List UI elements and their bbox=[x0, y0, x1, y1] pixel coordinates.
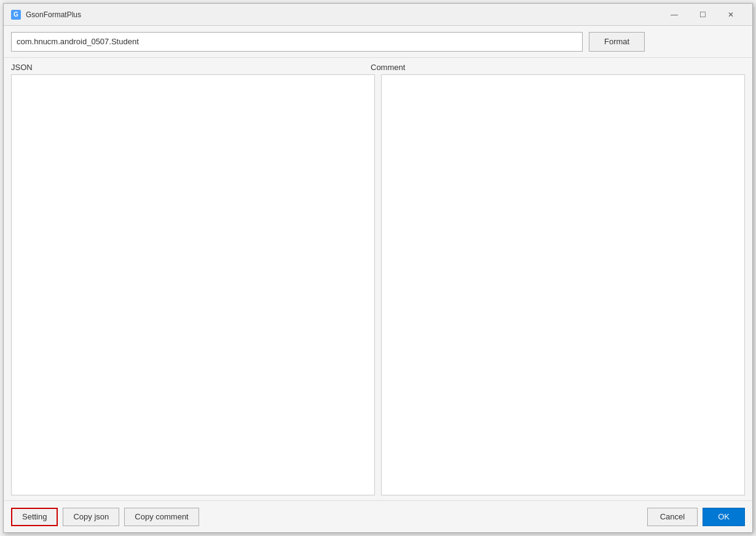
footer: Setting Copy json Copy comment Cancel OK bbox=[4, 500, 752, 532]
copy-comment-button[interactable]: Copy comment bbox=[124, 508, 199, 526]
cancel-button[interactable]: Cancel bbox=[647, 508, 698, 526]
panels-header: JSON Comment bbox=[11, 63, 745, 72]
footer-right-buttons: Cancel OK bbox=[647, 508, 745, 526]
title-bar: G GsonFormatPlus — ☐ ✕ bbox=[4, 4, 752, 26]
json-panel-label: JSON bbox=[11, 63, 371, 72]
window-controls: — ☐ ✕ bbox=[660, 4, 745, 26]
toolbar: Format bbox=[4, 26, 752, 58]
app-icon: G bbox=[11, 10, 21, 20]
json-textarea[interactable] bbox=[12, 75, 374, 495]
comment-panel-label: Comment bbox=[371, 63, 745, 72]
json-panel bbox=[11, 74, 375, 495]
class-name-input[interactable] bbox=[11, 32, 583, 52]
panels-container bbox=[11, 74, 745, 495]
ok-button[interactable]: OK bbox=[703, 508, 745, 526]
comment-textarea[interactable] bbox=[382, 75, 744, 495]
main-window: G GsonFormatPlus — ☐ ✕ Format JSON Comme… bbox=[3, 3, 753, 533]
copy-json-button[interactable]: Copy json bbox=[63, 508, 119, 526]
close-button[interactable]: ✕ bbox=[717, 4, 745, 26]
content-area: JSON Comment bbox=[4, 58, 752, 500]
format-button[interactable]: Format bbox=[589, 32, 645, 52]
maximize-button[interactable]: ☐ bbox=[688, 4, 717, 26]
setting-button[interactable]: Setting bbox=[11, 508, 58, 526]
footer-left-buttons: Setting Copy json Copy comment bbox=[11, 508, 647, 526]
minimize-button[interactable]: — bbox=[660, 4, 688, 26]
comment-panel bbox=[381, 74, 745, 495]
window-title: GsonFormatPlus bbox=[26, 10, 660, 19]
